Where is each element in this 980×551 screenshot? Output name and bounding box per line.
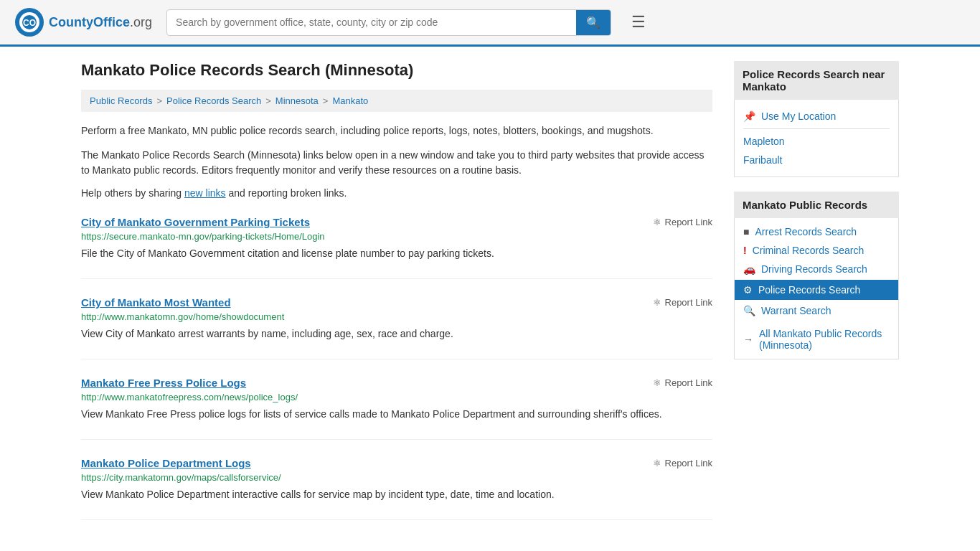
result-url[interactable]: http://www.mankatofreepress.com/news/pol…	[81, 392, 712, 402]
help-text-after: and reporting broken links.	[226, 187, 347, 199]
sidebar-divider	[743, 128, 890, 129]
result-title[interactable]: City of Mankato Most Wanted	[81, 296, 231, 309]
sidebar-link-faribault[interactable]: Faribault	[743, 151, 890, 169]
result-url[interactable]: https://secure.mankato-mn.gov/parking-ti…	[81, 231, 712, 242]
secondary-paragraph: The Mankato Police Records Search (Minne…	[81, 148, 712, 179]
criminal-records-icon: !	[743, 245, 747, 256]
sidebar-link-mapleton[interactable]: Mapleton	[743, 132, 890, 151]
breadcrumb-sep-1: >	[156, 95, 162, 106]
search-icon: 🔍	[743, 305, 755, 316]
search-input[interactable]	[167, 11, 576, 34]
sidebar-nearby-header: Police Records Search near Mankato	[734, 61, 899, 100]
breadcrumb-minnesota[interactable]: Minnesota	[275, 95, 319, 106]
logo-icon: CO	[14, 7, 44, 37]
car-icon: 🚗	[743, 263, 755, 275]
arrest-records-label: Arrest Records Search	[755, 226, 857, 237]
mapleton-label: Mapleton	[743, 136, 785, 147]
result-item: City of Mankato Most Wanted ⚛ Report Lin…	[81, 296, 712, 359]
logo-text: CountyOffice.org	[49, 15, 152, 30]
result-header: Mankato Police Department Logs ⚛ Report …	[81, 457, 712, 469]
breadcrumb: Public Records > Police Records Search >…	[81, 90, 712, 112]
breadcrumb-mankato[interactable]: Mankato	[332, 95, 368, 106]
report-link-icon: ⚛	[653, 458, 661, 468]
warrant-search-label: Warrant Search	[761, 305, 831, 316]
location-pin-icon: 📌	[743, 110, 755, 122]
sidebar-public-records-section: Mankato Public Records ■ Arrest Records …	[734, 192, 899, 359]
result-url[interactable]: https://city.mankatomn.gov/maps/callsfor…	[81, 472, 712, 483]
result-item: City of Mankato Government Parking Ticke…	[81, 216, 712, 279]
result-title[interactable]: City of Mankato Government Parking Ticke…	[81, 216, 310, 228]
sidebar-public-records-header: Mankato Public Records	[734, 192, 899, 218]
sidebar-public-records-body: ■ Arrest Records Search ! Criminal Recor…	[734, 218, 899, 359]
breadcrumb-sep-3: >	[323, 95, 329, 106]
result-description: View Mankato Police Department interacti…	[81, 487, 712, 502]
result-item: Mankato Free Press Police Logs ⚛ Report …	[81, 377, 712, 440]
result-title[interactable]: Mankato Free Press Police Logs	[81, 377, 246, 389]
breadcrumb-police-records-search[interactable]: Police Records Search	[166, 95, 261, 106]
sidebar-link-driving-records[interactable]: 🚗 Driving Records Search	[743, 260, 890, 278]
all-records-label: All Mankato Public Records (Minnesota)	[759, 328, 890, 351]
result-header: City of Mankato Government Parking Ticke…	[81, 216, 712, 228]
report-link-button[interactable]: ⚛ Report Link	[653, 297, 712, 308]
sidebar-link-police-records[interactable]: ⚙ Police Records Search	[735, 280, 898, 300]
intro-paragraph: Perform a free Mankato, MN public police…	[81, 123, 712, 139]
arrow-right-icon: →	[743, 334, 753, 345]
help-text-before: Help others by sharing	[81, 187, 184, 199]
search-bar: 🔍	[166, 9, 611, 36]
result-description: View City of Mankato arrest warrants by …	[81, 326, 712, 342]
report-link-icon: ⚛	[653, 217, 661, 227]
result-item: Mankato Police Department Logs ⚛ Report …	[81, 457, 712, 520]
sidebar-link-all-records[interactable]: → All Mankato Public Records (Minnesota)	[743, 324, 890, 354]
result-url[interactable]: http://www.mankatomn.gov/home/showdocume…	[81, 311, 712, 322]
police-records-icon: ⚙	[743, 284, 753, 296]
logo[interactable]: CO CountyOffice.org	[14, 7, 152, 37]
arrest-records-icon: ■	[743, 226, 749, 237]
hamburger-menu-button[interactable]: ☰	[626, 10, 651, 34]
result-description: File the City of Mankato Government cita…	[81, 246, 712, 261]
sidebar-link-criminal-records[interactable]: ! Criminal Records Search	[743, 241, 890, 260]
main-wrapper: Mankato Police Records Search (Minnesota…	[67, 47, 913, 551]
report-link-button[interactable]: ⚛ Report Link	[653, 458, 712, 468]
search-button[interactable]: 🔍	[576, 10, 611, 35]
driving-records-label: Driving Records Search	[761, 263, 867, 275]
sidebar-use-location-link[interactable]: 📌 Use My Location	[743, 107, 890, 126]
report-link-button[interactable]: ⚛ Report Link	[653, 217, 712, 227]
sidebar-link-warrant-search[interactable]: 🔍 Warrant Search	[743, 301, 890, 320]
police-records-label: Police Records Search	[758, 284, 860, 296]
criminal-records-label: Criminal Records Search	[753, 245, 864, 256]
new-links-link[interactable]: new links	[184, 187, 226, 199]
result-header: Mankato Free Press Police Logs ⚛ Report …	[81, 377, 712, 389]
sidebar: Police Records Search near Mankato 📌 Use…	[734, 61, 899, 537]
faribault-label: Faribault	[743, 154, 782, 166]
breadcrumb-public-records[interactable]: Public Records	[90, 95, 152, 106]
header: CO CountyOffice.org 🔍 ☰	[0, 0, 980, 47]
result-header: City of Mankato Most Wanted ⚛ Report Lin…	[81, 296, 712, 309]
page-title: Mankato Police Records Search (Minnesota…	[81, 61, 712, 80]
help-paragraph: Help others by sharing new links and rep…	[81, 187, 712, 199]
sidebar-nearby-body: 📌 Use My Location Mapleton Faribault	[734, 100, 899, 177]
content-area: Mankato Police Records Search (Minnesota…	[81, 61, 712, 537]
result-title[interactable]: Mankato Police Department Logs	[81, 457, 251, 469]
sidebar-nearby-section: Police Records Search near Mankato 📌 Use…	[734, 61, 899, 177]
result-description: View Mankato Free Press police logs for …	[81, 407, 712, 422]
report-link-icon: ⚛	[653, 377, 661, 388]
report-link-button[interactable]: ⚛ Report Link	[653, 377, 712, 388]
sidebar-link-arrest-records[interactable]: ■ Arrest Records Search	[743, 222, 890, 241]
use-my-location-label: Use My Location	[761, 110, 836, 122]
svg-text:CO: CO	[23, 18, 36, 28]
report-link-icon: ⚛	[653, 297, 661, 308]
breadcrumb-sep-2: >	[265, 95, 271, 106]
